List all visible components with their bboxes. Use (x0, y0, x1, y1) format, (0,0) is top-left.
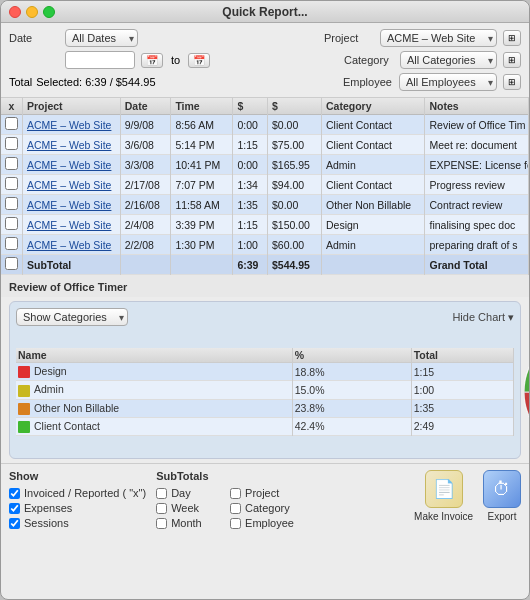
chart-type-select[interactable]: Show Categories (16, 308, 128, 326)
row-date: 2/16/08 (120, 195, 171, 215)
legend-pct: 23.8% (292, 399, 411, 417)
row-time: 11:58 AM (171, 195, 233, 215)
subtotal-row: SubTotal 6:39 $544.95 Grand Total (1, 255, 529, 275)
subtotal-day-checkbox[interactable] (156, 488, 167, 499)
show-invoiced-checkbox[interactable] (9, 488, 20, 499)
date-label: Date (9, 32, 59, 44)
row-duration: 1:35 (233, 195, 268, 215)
row-time: 8:56 AM (171, 115, 233, 135)
maximize-button[interactable] (43, 6, 55, 18)
row-amount: $60.00 (267, 235, 321, 255)
subtotals-label: SubTotals (156, 470, 294, 482)
legend-item: Client Contact 42.4% 2:49 (16, 417, 514, 435)
minimize-button[interactable] (26, 6, 38, 18)
project-select[interactable]: ACME – Web Site (380, 29, 497, 47)
show-expenses-checkbox[interactable] (9, 503, 20, 514)
category-select[interactable]: All Categories (400, 51, 497, 69)
row-check[interactable] (1, 215, 23, 235)
review-label: Review of Office Timer (9, 281, 127, 293)
chart-type-select-wrapper[interactable]: Show Categories (16, 308, 128, 326)
cal-from-btn[interactable]: 📅 (141, 53, 163, 68)
subtotal-label: SubTotal (23, 255, 121, 275)
total-label: Total (9, 76, 32, 88)
row-date: 9/9/08 (120, 115, 171, 135)
legend-total: 1:15 (411, 363, 513, 381)
row-project: ACME – Web Site (23, 215, 121, 235)
row-date: 2/4/08 (120, 215, 171, 235)
row-time: 1:30 PM (171, 235, 233, 255)
toolbar-row-2: 📅 to 📅 Category All Categories ⊞ (9, 51, 521, 69)
row-check[interactable] (1, 135, 23, 155)
subtotal-amount: $544.95 (267, 255, 321, 275)
employee-select-wrapper[interactable]: All Employees (399, 73, 497, 91)
category-action-btn[interactable]: ⊞ (503, 52, 521, 68)
employee-select[interactable]: All Employees (399, 73, 497, 91)
subtotal-week-checkbox[interactable] (156, 503, 167, 514)
row-amount: $150.00 (267, 215, 321, 235)
row-check[interactable] (1, 175, 23, 195)
legend-total: 1:35 (411, 399, 513, 417)
subtotals-grid: Day Project Week Category Month (156, 487, 294, 529)
window-title: Quick Report... (222, 5, 307, 19)
legend-col-name: Name (16, 348, 292, 363)
project-action-btn[interactable]: ⊞ (503, 30, 521, 46)
subtotal-date (120, 255, 171, 275)
employee-action-btn[interactable]: ⊞ (503, 74, 521, 90)
legend-col-total: Total (411, 348, 513, 363)
close-button[interactable] (9, 6, 21, 18)
table-row: ACME – Web Site 2/4/08 3:39 PM 1:15 $150… (1, 215, 529, 235)
cal-to-btn[interactable]: 📅 (188, 53, 210, 68)
category-select-wrapper[interactable]: All Categories (400, 51, 497, 69)
show-sessions-checkbox[interactable] (9, 518, 20, 529)
legend-pct: 42.4% (292, 417, 411, 435)
subtotal-month-checkbox[interactable] (156, 518, 167, 529)
date-from-input[interactable] (65, 51, 135, 69)
row-category: Admin (321, 235, 425, 255)
pie-chart (524, 332, 530, 452)
legend-color-name: Client Contact (16, 417, 292, 435)
subtotal-project-checkbox[interactable] (230, 488, 241, 499)
row-duration: 1:34 (233, 175, 268, 195)
subtotal-month: Month (156, 517, 220, 529)
row-check[interactable] (1, 155, 23, 175)
row-notes: Meet re: document (425, 135, 529, 155)
row-check[interactable] (1, 115, 23, 135)
legend-pct: 18.8% (292, 363, 411, 381)
main-window: Quick Report... Date All Dates Project A… (0, 0, 530, 600)
project-select-wrapper[interactable]: ACME – Web Site (380, 29, 497, 47)
subtotal-project-label: Project (245, 487, 279, 499)
legend-color-name: Other Non Billable (16, 399, 292, 417)
date-select[interactable]: All Dates (65, 29, 138, 47)
row-project: ACME – Web Site (23, 175, 121, 195)
subtotal-category-label: Category (245, 502, 290, 514)
table-row: ACME – Web Site 2/16/08 11:58 AM 1:35 $0… (1, 195, 529, 215)
show-column: Show Invoiced / Reported ( "x") Expenses… (9, 470, 146, 529)
row-date: 2/17/08 (120, 175, 171, 195)
col-category: Category (321, 98, 425, 115)
chart-body: Name % Total Design 18.8% 1:15 Admin 15.… (16, 332, 514, 452)
subtotal-day-label: Day (171, 487, 191, 499)
toolbar-row-3: Total Selected: 6:39 / $544.95 Employee … (9, 73, 521, 91)
total-row: Total Selected: 6:39 / $544.95 (9, 76, 156, 88)
subtotal-category-checkbox[interactable] (230, 503, 241, 514)
subtotal-notes: Grand Total (425, 255, 529, 275)
row-project: ACME – Web Site (23, 135, 121, 155)
subtotal-check (1, 255, 23, 275)
row-check[interactable] (1, 195, 23, 215)
row-notes: EXPENSE: License fo (425, 155, 529, 175)
titlebar: Quick Report... (1, 1, 529, 23)
legend-item: Other Non Billable 23.8% 1:35 (16, 399, 514, 417)
date-select-wrapper[interactable]: All Dates (65, 29, 138, 47)
invoice-icon: 📄 (425, 470, 463, 508)
legend-col-pct: % (292, 348, 411, 363)
row-check[interactable] (1, 235, 23, 255)
pie-segment-client-contact (524, 332, 530, 392)
hide-chart-btn[interactable]: Hide Chart ▾ (452, 311, 514, 324)
export-label: Export (488, 511, 517, 522)
subtotal-week: Week (156, 502, 220, 514)
subtotal-category: Category (230, 502, 294, 514)
subtotal-employee-checkbox[interactable] (230, 518, 241, 529)
export-btn[interactable]: ⏱ Export (483, 470, 521, 522)
make-invoice-btn[interactable]: 📄 Make Invoice (414, 470, 473, 522)
show-expenses-label: Expenses (24, 502, 72, 514)
